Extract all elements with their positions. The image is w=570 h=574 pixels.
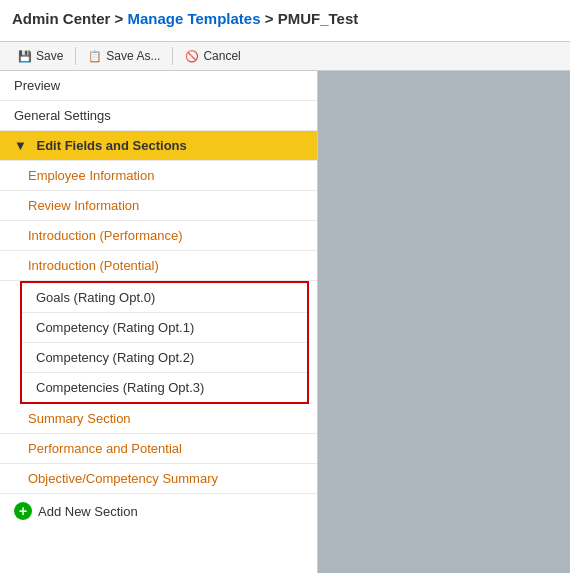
save-icon: 💾 xyxy=(18,49,32,63)
cancel-button[interactable]: 🚫 Cancel xyxy=(175,46,250,66)
sidebar-employee-info-label: Employee Information xyxy=(28,168,154,183)
toolbar: 💾 Save 📋 Save As... 🚫 Cancel xyxy=(0,42,570,71)
save-label: Save xyxy=(36,49,63,63)
competency1-label: Competency (Rating Opt.1) xyxy=(36,320,194,335)
save-button[interactable]: 💾 Save xyxy=(8,46,73,66)
sidebar-edit-fields-label: Edit Fields and Sections xyxy=(37,138,187,153)
sidebar-item-review-info[interactable]: Review Information xyxy=(0,191,317,221)
sidebar: Preview General Settings ▼ Edit Fields a… xyxy=(0,71,318,573)
competencies3-label: Competencies (Rating Opt.3) xyxy=(36,380,204,395)
add-new-section-item[interactable]: + Add New Section xyxy=(0,494,317,528)
sidebar-review-info-label: Review Information xyxy=(28,198,139,213)
save-as-button[interactable]: 📋 Save As... xyxy=(78,46,170,66)
breadcrumb-sep1: > xyxy=(115,10,128,27)
breadcrumb-sep2: > xyxy=(265,10,278,27)
goals-label: Goals (Rating Opt.0) xyxy=(36,290,155,305)
competency2-label: Competency (Rating Opt.2) xyxy=(36,350,194,365)
sidebar-intro-potential-label: Introduction (Potential) xyxy=(28,258,159,273)
sidebar-item-competency2[interactable]: Competency (Rating Opt.2) xyxy=(22,343,307,373)
cancel-label: Cancel xyxy=(203,49,240,63)
sidebar-item-intro-potential[interactable]: Introduction (Potential) xyxy=(0,251,317,281)
obj-comp-summary-label: Objective/Competency Summary xyxy=(28,471,218,486)
sidebar-item-general-settings[interactable]: General Settings xyxy=(0,101,317,131)
sidebar-item-competency1[interactable]: Competency (Rating Opt.1) xyxy=(22,313,307,343)
header: Admin Center > Manage Templates > PMUF_T… xyxy=(0,0,570,42)
summary-section-label: Summary Section xyxy=(28,411,131,426)
toolbar-sep1 xyxy=(75,47,76,65)
content-area xyxy=(318,71,570,573)
sidebar-item-competencies3[interactable]: Competencies (Rating Opt.3) xyxy=(22,373,307,402)
sidebar-item-edit-fields[interactable]: ▼ Edit Fields and Sections xyxy=(0,131,317,161)
sidebar-item-obj-comp-summary[interactable]: Objective/Competency Summary xyxy=(0,464,317,494)
add-section-label: Add New Section xyxy=(38,504,138,519)
save-as-icon: 📋 xyxy=(88,49,102,63)
sidebar-item-goals[interactable]: Goals (Rating Opt.0) xyxy=(22,283,307,313)
sidebar-item-perf-potential[interactable]: Performance and Potential xyxy=(0,434,317,464)
expand-arrow-icon: ▼ xyxy=(14,138,27,153)
perf-potential-label: Performance and Potential xyxy=(28,441,182,456)
main-layout: Preview General Settings ▼ Edit Fields a… xyxy=(0,71,570,573)
sidebar-item-employee-info[interactable]: Employee Information xyxy=(0,161,317,191)
breadcrumb-manage-templates[interactable]: Manage Templates xyxy=(127,10,260,27)
breadcrumb: Admin Center > Manage Templates > PMUF_T… xyxy=(12,10,558,27)
breadcrumb-admin: Admin Center xyxy=(12,10,110,27)
toolbar-sep2 xyxy=(172,47,173,65)
add-section-icon: + xyxy=(14,502,32,520)
sidebar-general-settings-label: General Settings xyxy=(14,108,111,123)
breadcrumb-current: PMUF_Test xyxy=(278,10,359,27)
sidebar-item-summary-section[interactable]: Summary Section xyxy=(0,404,317,434)
red-bordered-group: Goals (Rating Opt.0) Competency (Rating … xyxy=(20,281,309,404)
sidebar-item-intro-performance[interactable]: Introduction (Performance) xyxy=(0,221,317,251)
cancel-icon: 🚫 xyxy=(185,49,199,63)
sidebar-intro-performance-label: Introduction (Performance) xyxy=(28,228,183,243)
sidebar-preview-label: Preview xyxy=(14,78,60,93)
save-as-label: Save As... xyxy=(106,49,160,63)
sidebar-item-preview[interactable]: Preview xyxy=(0,71,317,101)
